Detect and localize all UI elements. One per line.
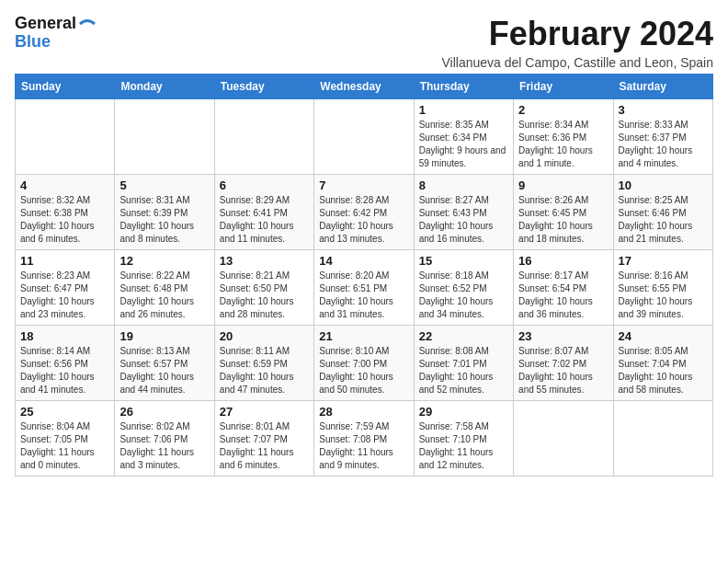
calendar-week-5: 25Sunrise: 8:04 AM Sunset: 7:05 PM Dayli… [16,401,713,477]
day-number: 29 [419,405,508,419]
calendar-cell: 25Sunrise: 8:04 AM Sunset: 7:05 PM Dayli… [16,401,115,477]
day-info: Sunrise: 8:29 AM Sunset: 6:41 PM Dayligh… [220,194,309,246]
day-number: 22 [419,329,508,343]
logo-text: General Blue [15,15,97,52]
day-info: Sunrise: 8:25 AM Sunset: 6:46 PM Dayligh… [619,194,708,246]
day-number: 9 [518,178,608,192]
day-info: Sunrise: 8:33 AM Sunset: 6:37 PM Dayligh… [619,119,708,170]
day-info: Sunrise: 8:27 AM Sunset: 6:43 PM Dayligh… [419,194,508,246]
calendar-cell: 14Sunrise: 8:20 AM Sunset: 6:51 PM Dayli… [314,250,414,326]
calendar-cell: 28Sunrise: 7:59 AM Sunset: 7:08 PM Dayli… [314,401,414,477]
day-number: 17 [619,254,708,268]
day-number: 12 [119,254,209,268]
calendar-cell: 22Sunrise: 8:08 AM Sunset: 7:01 PM Dayli… [414,326,513,401]
header-wednesday: Wednesday [314,75,414,99]
day-info: Sunrise: 8:18 AM Sunset: 6:52 PM Dayligh… [419,270,508,321]
calendar-cell: 15Sunrise: 8:18 AM Sunset: 6:52 PM Dayli… [414,250,513,326]
calendar-cell: 17Sunrise: 8:16 AM Sunset: 6:55 PM Dayli… [613,250,712,326]
calendar-cell [16,99,115,175]
title-block: February 2024 Villanueva del Campo, Cast… [442,15,714,70]
day-number: 13 [220,254,309,268]
calendar-title: February 2024 [442,15,714,53]
header-row: Sunday Monday Tuesday Wednesday Thursday… [16,75,713,99]
day-number: 11 [20,254,109,268]
calendar-week-3: 11Sunrise: 8:23 AM Sunset: 6:47 PM Dayli… [16,250,713,326]
calendar-cell: 16Sunrise: 8:17 AM Sunset: 6:54 PM Dayli… [514,250,613,326]
day-info: Sunrise: 8:35 AM Sunset: 6:34 PM Dayligh… [419,119,508,170]
day-info: Sunrise: 8:26 AM Sunset: 6:45 PM Dayligh… [518,194,608,246]
calendar-cell: 1Sunrise: 8:35 AM Sunset: 6:34 PM Daylig… [414,99,513,175]
calendar-week-1: 1Sunrise: 8:35 AM Sunset: 6:34 PM Daylig… [16,99,713,175]
day-number: 24 [619,329,708,343]
calendar-cell [115,99,214,175]
day-number: 10 [619,178,708,192]
day-info: Sunrise: 8:17 AM Sunset: 6:54 PM Dayligh… [518,270,608,321]
calendar-week-2: 4Sunrise: 8:32 AM Sunset: 6:38 PM Daylig… [16,175,713,250]
day-info: Sunrise: 8:21 AM Sunset: 6:50 PM Dayligh… [220,270,309,321]
day-info: Sunrise: 8:14 AM Sunset: 6:56 PM Dayligh… [20,345,109,396]
calendar-cell: 29Sunrise: 7:58 AM Sunset: 7:10 PM Dayli… [414,401,513,477]
day-info: Sunrise: 8:04 AM Sunset: 7:05 PM Dayligh… [20,420,109,472]
calendar-cell [514,401,613,477]
day-number: 2 [518,103,608,117]
calendar-cell: 7Sunrise: 8:28 AM Sunset: 6:42 PM Daylig… [314,175,414,250]
day-number: 3 [619,103,708,117]
calendar-cell: 4Sunrise: 8:32 AM Sunset: 6:38 PM Daylig… [16,175,115,250]
day-info: Sunrise: 8:34 AM Sunset: 6:36 PM Dayligh… [518,119,608,170]
calendar-cell: 21Sunrise: 8:10 AM Sunset: 7:00 PM Dayli… [314,326,414,401]
day-number: 14 [319,254,408,268]
day-info: Sunrise: 8:13 AM Sunset: 6:57 PM Dayligh… [119,345,209,396]
day-info: Sunrise: 7:59 AM Sunset: 7:08 PM Dayligh… [319,420,408,472]
day-number: 25 [20,405,109,419]
day-info: Sunrise: 8:16 AM Sunset: 6:55 PM Dayligh… [619,270,708,321]
day-number: 15 [419,254,508,268]
day-number: 19 [119,329,209,343]
calendar-cell: 10Sunrise: 8:25 AM Sunset: 6:46 PM Dayli… [613,175,712,250]
calendar-cell: 27Sunrise: 8:01 AM Sunset: 7:07 PM Dayli… [214,401,313,477]
day-number: 28 [319,405,408,419]
calendar-cell: 9Sunrise: 8:26 AM Sunset: 6:45 PM Daylig… [514,175,613,250]
logo: General Blue [15,15,97,52]
calendar-week-4: 18Sunrise: 8:14 AM Sunset: 6:56 PM Dayli… [16,326,713,401]
calendar-cell: 2Sunrise: 8:34 AM Sunset: 6:36 PM Daylig… [514,99,613,175]
calendar-cell [314,99,414,175]
calendar-cell: 11Sunrise: 8:23 AM Sunset: 6:47 PM Dayli… [16,250,115,326]
day-info: Sunrise: 8:11 AM Sunset: 6:59 PM Dayligh… [220,345,309,396]
calendar-cell: 3Sunrise: 8:33 AM Sunset: 6:37 PM Daylig… [613,99,712,175]
day-info: Sunrise: 8:02 AM Sunset: 7:06 PM Dayligh… [119,420,209,472]
header-friday: Friday [514,75,613,99]
header-saturday: Saturday [613,75,712,99]
day-number: 21 [319,329,408,343]
header-monday: Monday [115,75,214,99]
calendar-cell: 12Sunrise: 8:22 AM Sunset: 6:48 PM Dayli… [115,250,214,326]
calendar-subtitle: Villanueva del Campo, Castille and Leon,… [442,55,714,70]
calendar-cell [214,99,313,175]
day-number: 16 [518,254,608,268]
page-header: General Blue February 2024 Villanueva de… [15,15,713,70]
day-info: Sunrise: 8:23 AM Sunset: 6:47 PM Dayligh… [20,270,109,321]
day-info: Sunrise: 8:31 AM Sunset: 6:39 PM Dayligh… [119,194,209,246]
calendar-cell: 6Sunrise: 8:29 AM Sunset: 6:41 PM Daylig… [214,175,313,250]
logo-bird-icon [78,17,97,30]
day-number: 6 [220,178,309,192]
calendar-cell [613,401,712,477]
day-info: Sunrise: 8:28 AM Sunset: 6:42 PM Dayligh… [319,194,408,246]
calendar-cell: 20Sunrise: 8:11 AM Sunset: 6:59 PM Dayli… [214,326,313,401]
day-number: 1 [419,103,508,117]
day-info: Sunrise: 8:22 AM Sunset: 6:48 PM Dayligh… [119,270,209,321]
day-info: Sunrise: 8:32 AM Sunset: 6:38 PM Dayligh… [20,194,109,246]
calendar-cell: 19Sunrise: 8:13 AM Sunset: 6:57 PM Dayli… [115,326,214,401]
calendar-table: Sunday Monday Tuesday Wednesday Thursday… [15,74,713,477]
day-info: Sunrise: 7:58 AM Sunset: 7:10 PM Dayligh… [419,420,508,472]
day-number: 26 [119,405,209,419]
calendar-cell: 26Sunrise: 8:02 AM Sunset: 7:06 PM Dayli… [115,401,214,477]
day-info: Sunrise: 8:05 AM Sunset: 7:04 PM Dayligh… [619,345,708,396]
day-number: 8 [419,178,508,192]
calendar-cell: 5Sunrise: 8:31 AM Sunset: 6:39 PM Daylig… [115,175,214,250]
day-info: Sunrise: 8:08 AM Sunset: 7:01 PM Dayligh… [419,345,508,396]
calendar-cell: 23Sunrise: 8:07 AM Sunset: 7:02 PM Dayli… [514,326,613,401]
header-sunday: Sunday [16,75,115,99]
day-info: Sunrise: 8:07 AM Sunset: 7:02 PM Dayligh… [518,345,608,396]
day-info: Sunrise: 8:10 AM Sunset: 7:00 PM Dayligh… [319,345,408,396]
calendar-cell: 18Sunrise: 8:14 AM Sunset: 6:56 PM Dayli… [16,326,115,401]
